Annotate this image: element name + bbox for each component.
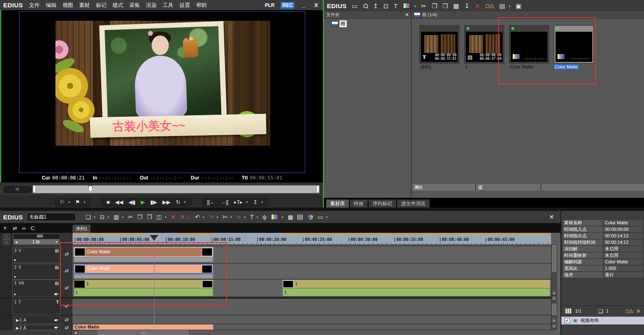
folder-icon[interactable]: ▭ (352, 3, 357, 9)
paste-icon[interactable]: ❒ (443, 3, 448, 9)
goto-out-point-icon[interactable]: →][ (221, 199, 229, 205)
up-folder-icon[interactable]: ↥ (373, 3, 378, 9)
menu-item[interactable]: 编辑 (46, 2, 56, 9)
track-patch-icon[interactable]: ⇄ (62, 268, 72, 274)
rewind-icon[interactable]: ◀◀ (115, 199, 123, 205)
create-title-icon[interactable]: T (250, 214, 254, 220)
menu-item[interactable]: 帮助 (196, 2, 207, 9)
value-column-header[interactable]: 值 (476, 184, 540, 190)
copy-icon[interactable]: ❐ (432, 3, 437, 9)
scrollbar-thumb[interactable] (552, 304, 556, 315)
cut-icon[interactable]: ✂ (421, 3, 427, 9)
track-content-3v[interactable]: Color Matte (73, 247, 551, 264)
create-title-icon[interactable]: T (394, 3, 397, 9)
add-to-timeline-icon[interactable]: ↧ (464, 3, 470, 9)
expand-icon[interactable]: ▶ (14, 293, 16, 296)
scroll-down-icon[interactable]: ▼ (551, 296, 557, 301)
add-cut-point-dropdown-icon[interactable]: ▾ (230, 215, 232, 220)
render-in-out-icon[interactable] (271, 214, 279, 220)
video-layout-row[interactable]: ✔ ▣ 视频布局 (561, 317, 644, 324)
add-transition-icon[interactable]: ∿ (236, 214, 241, 220)
playhead-handle[interactable] (150, 235, 159, 241)
track-header-1t[interactable]: 1 T T (12, 299, 61, 315)
property-column-header[interactable]: 属性 (412, 184, 475, 190)
new-sequence-icon[interactable]: ❏ (86, 214, 91, 220)
audio-mixer-icon[interactable] (298, 215, 303, 220)
play-around-cursor-dropdown-icon[interactable]: ▾ (246, 200, 248, 205)
video-mute-button[interactable]: V (3, 234, 10, 239)
view-mode-dropdown-icon[interactable]: ▾ (509, 4, 510, 9)
track-content-1va[interactable]: 1 1 1 1 (73, 280, 551, 297)
search-icon[interactable]: Ϙ (362, 2, 369, 10)
bin-clip[interactable]: --:--:--:-- (509, 25, 549, 63)
vertical-scrollbar[interactable]: ▲ ▼ ▲ ▼ (551, 244, 557, 330)
slider-handle[interactable] (37, 234, 43, 238)
speaker-icon[interactable]: ◀» (54, 325, 59, 329)
play-icon[interactable]: ▶ (141, 199, 145, 205)
speaker-icon[interactable]: ◀» (54, 292, 59, 296)
set-in-point-icon[interactable]: ⚐ (60, 199, 65, 205)
clip-mixer-strip[interactable] (74, 274, 213, 279)
new-sequence-dropdown-icon[interactable]: ▾ (94, 215, 95, 220)
add-between-in-out-icon[interactable]: ◫ (157, 214, 162, 220)
render-in-out-dropdown-icon[interactable]: ▾ (282, 215, 283, 220)
menu-item[interactable]: 视图 (62, 2, 73, 9)
track-header-1a[interactable]: ▶1 A ◀» (14, 316, 61, 324)
root-folder-label[interactable]: 根 (340, 20, 347, 27)
snap-mode-icon[interactable]: C: (31, 226, 36, 231)
menu-item[interactable]: 文件 (29, 2, 40, 9)
delete-icon[interactable]: ✕ (475, 3, 480, 9)
timescale-dropdown[interactable]: ◀ 1 秒 ▼ (13, 239, 60, 245)
ripple-delete-icon[interactable]: ✕ (171, 214, 176, 220)
panel-layout-icon[interactable]: ▭ (318, 214, 323, 220)
paste-icon[interactable]: ❒ (147, 214, 152, 220)
close-button[interactable]: X (313, 2, 320, 8)
undo-dropdown-icon[interactable]: ▾ (203, 215, 204, 220)
bin-clip[interactable]: Ŧ00:00:00:0000:00:55:01 (419, 25, 459, 63)
loop-play-dropdown-icon[interactable]: ▾ (184, 200, 186, 205)
audio-mute-button[interactable]: A (3, 239, 10, 245)
save-project-dropdown-icon[interactable]: ▾ (122, 215, 124, 220)
open-project-dropdown-icon[interactable]: ▾ (108, 215, 109, 220)
scrollbar-thumb[interactable] (98, 331, 188, 335)
next-frame-icon[interactable]: ▮▶ (150, 199, 157, 205)
folder-tree-root[interactable]: 根 (331, 20, 347, 27)
close-icon[interactable]: ✕ (549, 214, 554, 220)
delete-in-out-icon[interactable]: ✕← (180, 214, 191, 220)
scroll-up-icon[interactable]: ▲ (551, 317, 557, 323)
bin-clip-label[interactable]: 序列1 (419, 64, 432, 70)
rec-mode-button[interactable]: REC (281, 2, 294, 9)
chevron-left-icon[interactable]: ◀ (15, 241, 17, 244)
scrollbar-thumb[interactable] (552, 245, 556, 272)
redo-icon[interactable]: ↷ (209, 214, 214, 220)
fast-forward-icon[interactable]: ▶▶ (163, 199, 171, 205)
bin-tab-3[interactable]: 源文件浏览 (397, 199, 430, 208)
voice-over-icon[interactable]: ψ (262, 214, 267, 220)
scroll-down-icon[interactable]: ▼ (551, 323, 557, 328)
insert-overwrite-mode-icon[interactable]: ▼ (2, 226, 8, 231)
scroll-left-icon[interactable]: ◀ (73, 330, 78, 335)
effects-palette-icon[interactable]: OΔ (625, 309, 633, 314)
timeline-clip-colormatte-2a[interactable]: Color Matte (73, 324, 213, 330)
toolbox-icon[interactable]: ▣ (516, 3, 521, 9)
expand-icon[interactable]: ▶ (14, 275, 16, 278)
create-title-dropdown-icon[interactable]: ▾ (256, 215, 258, 220)
project-title-field[interactable]: 无标题1 (27, 213, 76, 221)
sync-mode-icon[interactable]: ⇄ (13, 226, 17, 231)
shuttle-handle[interactable] (14, 187, 22, 191)
set-out-point-icon[interactable]: ⚑ (75, 199, 80, 205)
add-between-in-out-dropdown-icon[interactable]: ▾ (165, 215, 166, 220)
bin-clip-label[interactable]: 1 (464, 64, 468, 69)
add-transition-dropdown-icon[interactable]: ▾ (244, 215, 245, 220)
new-color-matte-dropdown-icon[interactable]: ▾ (415, 4, 416, 9)
cut-icon[interactable]: ✂ (128, 214, 133, 220)
scroll-up-icon[interactable]: ▲ (551, 290, 557, 295)
clip-mixer-strip[interactable] (74, 257, 213, 262)
menu-item[interactable]: 标记 (96, 2, 106, 9)
shuttle-slider[interactable] (3, 186, 32, 193)
loop-play-icon[interactable]: ↻ (176, 199, 181, 205)
sequence-tab[interactable]: 序列1 (73, 225, 90, 233)
position-marker[interactable] (88, 186, 93, 192)
checkbox-checked[interactable]: ✔ (565, 318, 570, 323)
track-patch-icon[interactable]: ⇄ (62, 303, 72, 309)
